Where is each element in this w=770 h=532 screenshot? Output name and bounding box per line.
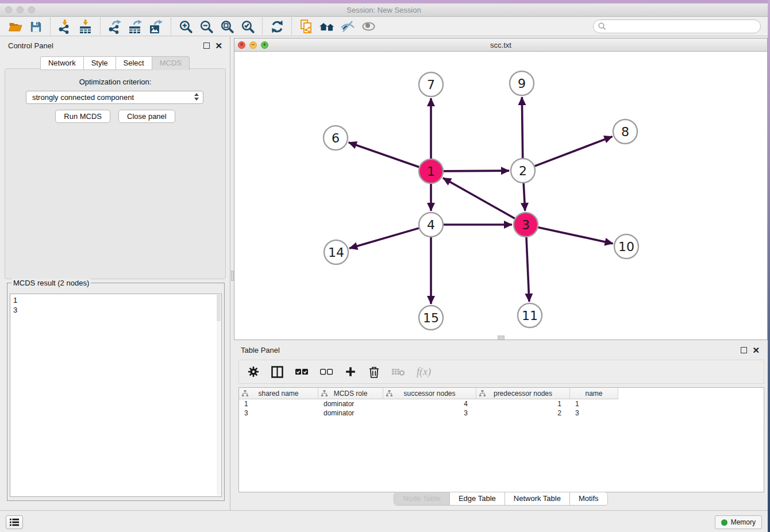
control-panel-title: Control Panel [8, 41, 203, 50]
zoom-selected-button[interactable] [237, 18, 258, 35]
run-mcds-button[interactable]: Run MCDS [55, 110, 110, 123]
tab-network-table[interactable]: Network Table [505, 492, 569, 505]
graph-node-8[interactable]: 8 [613, 119, 637, 144]
graph-edge-3-1[interactable] [443, 178, 515, 218]
graph-edge-2-9[interactable] [522, 97, 522, 158]
home-button[interactable] [317, 18, 337, 35]
tab-style[interactable]: Style [83, 56, 116, 70]
graph-node-1[interactable]: 1 [419, 159, 443, 183]
result-scrollbar[interactable] [217, 295, 221, 496]
graph-edge-2-8[interactable] [535, 137, 613, 167]
save-session-button[interactable] [25, 18, 46, 35]
column-browser-button[interactable] [271, 363, 284, 380]
graph-node-3[interactable]: 3 [514, 213, 538, 237]
tab-network[interactable]: Network [40, 56, 84, 70]
graph-edge-1-6[interactable] [349, 142, 419, 167]
column-header-MCDS-role[interactable]: MCDS role [318, 388, 383, 399]
graph-edge-3-11[interactable] [526, 237, 529, 302]
table-row[interactable]: 1dominator411 [239, 399, 764, 408]
tab-edge-table[interactable]: Edge Table [449, 492, 505, 505]
show-eye-button[interactable] [358, 18, 379, 35]
svg-text:11: 11 [522, 309, 538, 323]
table-type-tabs: Node Table Edge Table Network Table Moti… [394, 492, 607, 506]
graph-node-7[interactable]: 7 [419, 72, 443, 97]
graph-node-4[interactable]: 4 [419, 213, 443, 237]
clone-network-button[interactable] [296, 18, 317, 35]
table-cell: 3 [239, 408, 318, 418]
column-header-predecessor-nodes[interactable]: predecessor nodes [476, 388, 570, 399]
export-network-button[interactable] [105, 18, 125, 35]
graph-node-6[interactable]: 6 [324, 126, 348, 150]
network-close-button[interactable]: × [238, 41, 245, 49]
graph-node-15[interactable]: 15 [419, 306, 443, 330]
memory-label: Memory [731, 518, 756, 526]
network-graph[interactable]: 7968124314101511 [234, 52, 767, 340]
zoom-out-button[interactable] [196, 18, 217, 35]
horizontal-split-grip[interactable] [498, 336, 505, 340]
clone-network-icon [299, 19, 314, 34]
graph-node-11[interactable]: 11 [518, 303, 542, 327]
memory-status-icon [721, 519, 727, 526]
memory-button[interactable]: Memory [715, 515, 762, 529]
float-panel-button[interactable] [203, 43, 210, 49]
close-panel-button-mcds[interactable]: Close panel [118, 110, 175, 123]
svg-text:14: 14 [328, 245, 344, 260]
graph-edge-1-2[interactable] [444, 171, 509, 171]
network-minimize-button[interactable]: − [249, 41, 257, 49]
svg-text:2: 2 [519, 164, 527, 178]
graph-node-9[interactable]: 9 [510, 71, 534, 95]
svg-text:6: 6 [332, 131, 340, 145]
table-cell: 2 [476, 408, 570, 418]
graph-edge-2-3[interactable] [523, 183, 525, 211]
close-panel-button[interactable]: ✕ [215, 43, 222, 49]
graph-node-14[interactable]: 14 [324, 240, 348, 264]
table-row[interactable]: 3dominator323 [239, 408, 764, 418]
column-header-shared-name[interactable]: shared name [239, 388, 318, 399]
tab-mcds[interactable]: MCDS [152, 56, 190, 70]
table-settings-button[interactable] [247, 363, 260, 380]
close-table-panel-button[interactable]: ✕ [752, 347, 760, 353]
network-maximize-button[interactable]: + [261, 41, 268, 49]
graph-edge-3-10[interactable] [538, 228, 613, 244]
network-canvas[interactable]: 7968124314101511 [234, 52, 767, 340]
table-cell: dominator [318, 399, 383, 408]
table-header-row: shared nameMCDS rolesuccessor nodesprede… [239, 388, 764, 399]
delete-table-button[interactable] [391, 363, 406, 380]
import-table-button[interactable] [75, 18, 96, 35]
delete-column-button[interactable] [368, 363, 380, 380]
criterion-value: strongly connected component [32, 93, 134, 102]
search-field[interactable] [593, 20, 761, 33]
zoom-fit-button[interactable] [217, 18, 237, 35]
select-all-columns-button[interactable] [295, 363, 309, 380]
mcds-result-textarea[interactable]: 1 3 [10, 294, 222, 497]
tab-select[interactable]: Select [116, 56, 152, 70]
import-network-button[interactable] [55, 18, 75, 35]
zoom-in-icon [179, 20, 193, 34]
export-image-button[interactable] [146, 18, 167, 35]
mcds-result-group: MCDS result (2 nodes) 1 3 [7, 283, 225, 501]
deselect-all-columns-button[interactable] [319, 363, 333, 380]
export-table-button[interactable] [125, 18, 146, 35]
refresh-button[interactable] [267, 18, 287, 35]
tab-motifs[interactable]: Motifs [569, 492, 607, 505]
graph-edge-4-14[interactable] [349, 228, 419, 248]
create-column-button[interactable] [344, 363, 357, 380]
column-header-successor-nodes[interactable]: successor nodes [383, 388, 476, 399]
zoom-in-button[interactable] [175, 18, 196, 35]
criterion-select[interactable]: strongly connected component [26, 91, 203, 104]
table-cell: 1 [476, 399, 570, 408]
main-titlebar: Session: New Session [0, 3, 768, 17]
function-builder-button[interactable]: f(x) [417, 363, 431, 380]
open-session-button[interactable] [5, 18, 25, 35]
float-table-panel-button[interactable] [741, 347, 747, 353]
search-input[interactable] [607, 21, 760, 32]
hide-eye-button[interactable] [337, 18, 358, 35]
table-cell: 3 [383, 408, 476, 418]
task-history-button[interactable] [6, 515, 23, 529]
table-cell: 1 [239, 399, 318, 408]
column-header-name[interactable]: name [570, 388, 618, 399]
graph-node-2[interactable]: 2 [511, 159, 535, 183]
vertical-split-divider[interactable] [230, 36, 234, 510]
tab-node-table[interactable]: Node Table [394, 492, 449, 505]
graph-node-10[interactable]: 10 [614, 234, 638, 259]
